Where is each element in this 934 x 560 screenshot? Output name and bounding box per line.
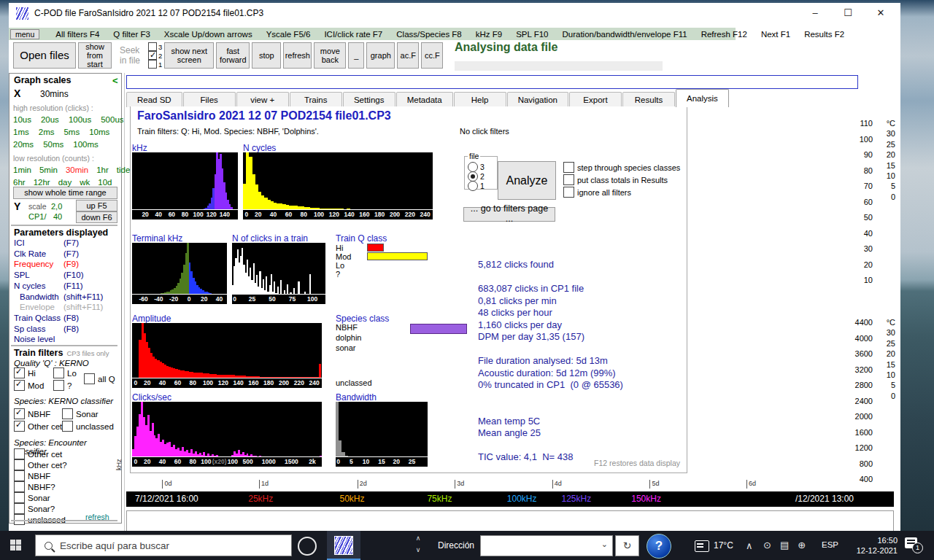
y-up-button[interactable]: up F5	[76, 200, 117, 211]
show-from-start-button[interactable]: show from start	[78, 42, 112, 69]
menu-item-all-filters-f4[interactable]: All filters F4	[55, 30, 99, 39]
scale-option-30min[interactable]: 30min	[66, 166, 88, 174]
news-weather-icon[interactable]	[695, 540, 709, 552]
filter-check-mod[interactable]: Mod	[14, 380, 44, 391]
scale-option-1hr[interactable]: 1hr	[96, 166, 109, 174]
file-radio-1[interactable]: 1	[468, 181, 494, 190]
param-envelope[interactable]: Envelope(shift+F11)	[14, 303, 120, 311]
chevron-down-icon[interactable]: ∨	[413, 544, 423, 556]
scale-option-20ms[interactable]: 20ms	[13, 140, 34, 149]
file-radio-2[interactable]: 2	[468, 171, 494, 181]
file-check-1[interactable]: 1	[148, 60, 162, 69]
address-combobox[interactable]: ⌄	[480, 535, 613, 556]
menu-item-yscale-f5-6[interactable]: Yscale F5/6	[266, 30, 311, 39]
stop-button[interactable]: stop	[252, 42, 281, 69]
taskbar-temp[interactable]: 17°C	[714, 540, 733, 551]
splitter[interactable]	[124, 73, 125, 532]
option-check-ignore-all-filters[interactable]: ignore all filters	[563, 187, 631, 198]
whole-range-button[interactable]: show whole time range	[13, 187, 117, 199]
param-spl[interactable]: SPL(F10)	[14, 271, 120, 279]
cortana-button[interactable]	[298, 537, 317, 556]
menu-item-next-f1[interactable]: Next F1	[761, 30, 790, 39]
chevron-up-icon[interactable]: ∧	[413, 532, 423, 545]
start-button[interactable]	[10, 540, 21, 551]
scale-option-12hr[interactable]: 12hr	[34, 178, 50, 187]
tab-settings[interactable]: Settings	[343, 92, 395, 107]
scale-option-1ms[interactable]: 1ms	[13, 128, 29, 136]
tab-navigation[interactable]: Navigation	[507, 92, 568, 107]
scale-option-6hr[interactable]: 6hr	[13, 178, 26, 187]
menu-button[interactable]: menu	[10, 29, 39, 39]
taskbar-search[interactable]: Escribe aquí para buscar	[35, 534, 292, 556]
close-icon[interactable]: ✕	[865, 3, 897, 23]
filter-check-other-cet[interactable]: Other cet	[14, 421, 62, 432]
tab-trains[interactable]: Trains	[290, 92, 342, 107]
param-bandwidth[interactable]: Bandwidth(shift+F11)	[14, 292, 120, 301]
menu-item-khz-f9[interactable]: kHz F9	[476, 30, 502, 39]
tab-analysis[interactable]: Analysis	[676, 89, 729, 107]
refresh-button[interactable]: refresh	[283, 42, 312, 69]
y-down-button[interactable]: down F6	[76, 211, 117, 223]
tab-metadata[interactable]: Metadata	[396, 92, 453, 107]
ac-f-button[interactable]: ac.F	[397, 42, 419, 69]
cpod-taskbar-icon[interactable]	[327, 531, 360, 560]
open-files-button[interactable]: Open files	[13, 42, 76, 69]
filter-check-other-cet[interactable]: Other cet	[14, 448, 62, 459]
file-radio-3[interactable]: 3	[468, 162, 494, 171]
param-sp-class[interactable]: Sp class(F8)	[14, 324, 120, 333]
tab-view[interactable]: view +	[236, 92, 289, 107]
maximize-icon[interactable]: ☐	[832, 3, 864, 23]
scale-option-day[interactable]: day	[58, 178, 72, 187]
filter-check-nbhf[interactable]: NBHF	[14, 408, 50, 419]
scale-option-20us[interactable]: 20us	[41, 115, 59, 124]
taskbar-clock[interactable]: 16:50 12-12-2021	[845, 535, 898, 556]
scale-option-tide[interactable]: tide	[117, 166, 131, 174]
tab-results[interactable]: Results	[622, 92, 675, 107]
param-frequency[interactable]: Frequency(F9)	[14, 260, 120, 268]
param-train-qclass[interactable]: Train Qclass(F8)	[14, 314, 120, 322]
tray-expand-icon[interactable]: ∧	[746, 540, 753, 551]
menu-item-xscale-up-down-arrows[interactable]: Xscale Up/down arrows	[164, 30, 252, 39]
menu-item-q-filter-f3[interactable]: Q filter F3	[113, 30, 150, 39]
filter-check-hi[interactable]: Hi	[14, 368, 36, 378]
scale-option-100us[interactable]: 100us	[69, 115, 91, 124]
scale-option-wk[interactable]: wk	[80, 178, 90, 187]
address-refresh-button[interactable]: ↻	[615, 535, 639, 556]
tray-icons[interactable]: ⊙▤⊕	[763, 540, 814, 551]
filter-check-unclassed[interactable]: unclassed	[62, 421, 114, 432]
scale-option-5min[interactable]: 5min	[39, 166, 58, 174]
filter-check-nbhf[interactable]: NBHF	[14, 470, 50, 481]
cc-f-button[interactable]: cc.F	[421, 42, 443, 69]
sidebar-collapse-arrow[interactable]: <	[112, 75, 118, 86]
scale-option-1min[interactable]: 1min	[13, 166, 31, 174]
menu-item-ici-click-rate-f7[interactable]: ICI/click rate F7	[324, 30, 382, 39]
tab-export[interactable]: Export	[569, 92, 622, 107]
main-input[interactable]	[126, 75, 858, 89]
file-check-2[interactable]: 2	[148, 51, 162, 60]
filter-check-all-q[interactable]: all Q	[84, 373, 115, 384]
analyze-button[interactable]: Analyze	[498, 161, 556, 200]
filter-check-sonar[interactable]: Sonar?	[14, 503, 55, 514]
param-ici[interactable]: ICI(F7)	[14, 238, 120, 247]
filter-check-lo[interactable]: Lo	[53, 368, 77, 378]
minimize-icon[interactable]: –	[799, 3, 831, 23]
item-button[interactable]: _	[348, 42, 364, 69]
menu-item-results-f2[interactable]: Results F2	[804, 30, 844, 39]
filter-check-sonar[interactable]: Sonar	[14, 492, 50, 503]
fast-forward-button[interactable]: fast forward	[216, 42, 250, 69]
move-back-button[interactable]: move back	[314, 42, 346, 69]
graph-button[interactable]: graph	[366, 42, 395, 69]
show-next-screen-button[interactable]: show next screen	[164, 42, 214, 69]
filter-check-nbhf[interactable]: NBHF?	[14, 481, 55, 492]
filter-check-item[interactable]: ?	[53, 380, 72, 391]
scale-option-500us[interactable]: 500us	[101, 115, 123, 124]
timeline-bar[interactable]: 7/12/2021 16:00 /12/2021 13:00 25kHz50kH…	[126, 491, 894, 507]
filter-check-other-cet[interactable]: Other cet?	[14, 459, 67, 470]
menu-item-class-species-f8[interactable]: Class/Species F8	[396, 30, 461, 39]
filter-check-sonar[interactable]: Sonar	[62, 408, 99, 419]
tab-read-sd[interactable]: Read SD	[126, 92, 182, 107]
option-check-put-class-totals-in-results[interactable]: put class totals in Results	[563, 174, 668, 185]
tab-files[interactable]: Files	[183, 92, 236, 107]
language-indicator[interactable]: ESP	[822, 540, 838, 549]
param-noise-level[interactable]: Noise level	[14, 335, 120, 343]
